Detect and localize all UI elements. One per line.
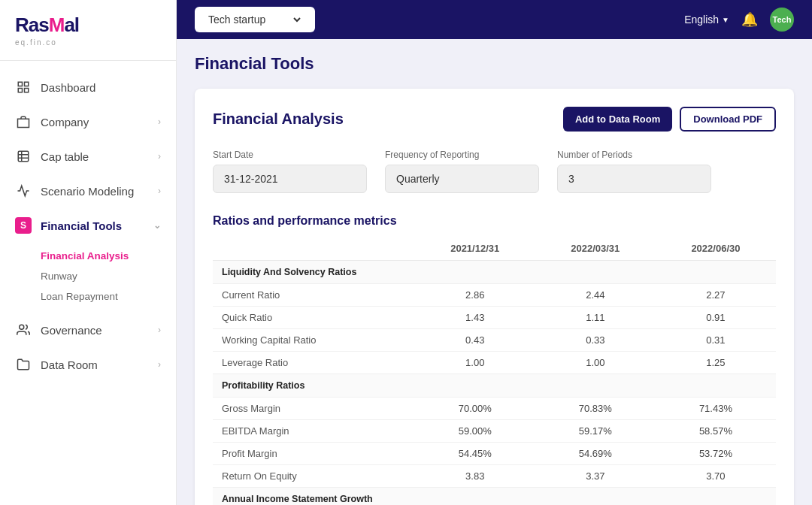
sidebar-subitem-financial-analysis[interactable]: Financial Analysis [41,246,176,266]
financial-tools-submenu: Financial Analysis Runway Loan Repayment [0,243,176,313]
add-to-data-room-button[interactable]: Add to Data Room [563,107,672,132]
row-col3: 0.31 [656,329,776,352]
financial-tools-icon: S [15,217,32,234]
row-col3: 58.57% [656,420,776,443]
card-actions: Add to Data Room Download PDF [563,107,776,132]
row-col3: 53.72% [656,443,776,465]
row-col2: 54.69% [535,443,656,465]
row-col1: 1.43 [415,307,535,329]
chevron-down-icon: ▼ [722,16,729,24]
row-col2: 59.17% [535,420,656,443]
table-row: Leverage Ratio 1.00 1.00 1.25 [213,352,776,374]
col-header-label [213,237,415,261]
row-col1: 59.00% [415,420,535,443]
row-label: EBITDA Margin [213,420,415,443]
card-header: Financial Analysis Add to Data Room Down… [213,107,776,132]
row-col3: 71.43% [656,398,776,420]
sidebar: RasMal eq.fin.co Dashboard Company › Cap… [0,0,177,505]
row-col2: 1.11 [535,307,656,329]
start-date-group: Start Date [213,150,367,193]
sidebar-item-dashboard[interactable]: Dashboard [0,70,176,104]
row-label: Leverage Ratio [213,352,415,374]
language-selector[interactable]: English ▼ [684,14,729,26]
top-header: Tech startup English ▼ 🔔 Tech [177,0,812,39]
periods-group: Number of Periods [557,150,711,193]
table-category-row: Annual Income Statement Growth [213,488,776,506]
row-col3: 1.25 [656,352,776,374]
scenario-icon [15,183,32,199]
row-label: Quick Ratio [213,307,415,329]
logo: RasMal [15,14,161,37]
sidebar-item-scenario-modeling[interactable]: Scenario Modeling › [0,174,176,208]
data-room-icon [15,356,32,373]
row-label: Current Ratio [213,284,415,307]
sidebar-item-data-room[interactable]: Data Room › [0,347,176,382]
start-date-input[interactable] [213,165,367,193]
page-content: Financial Tools Financial Analysis Add t… [177,39,812,505]
svg-rect-5 [18,151,29,162]
row-col1: 3.83 [415,465,535,488]
chevron-right-icon: › [158,325,161,335]
row-col3: 3.70 [656,465,776,488]
table-row: Current Ratio 2.86 2.44 2.27 [213,284,776,307]
company-dropdown[interactable]: Tech startup [205,13,303,26]
sidebar-item-governance[interactable]: Governance › [0,313,176,347]
row-col2: 0.33 [535,329,656,352]
category-label: Profitability Ratios [213,374,776,398]
row-label: Profit Margin [213,443,415,465]
company-icon [15,113,32,130]
table-row: Profit Margin 54.45% 54.69% 53.72% [213,443,776,465]
frequency-input[interactable] [385,165,539,193]
row-col2: 70.83% [535,398,656,420]
company-selector[interactable]: Tech startup [195,7,315,32]
svg-rect-1 [25,82,29,86]
table-category-row: Profitability Ratios [213,374,776,398]
sidebar-item-financial-tools[interactable]: S Financial Tools ⌄ [0,208,176,243]
sidebar-subitem-loan-repayment[interactable]: Loan Repayment [41,286,176,307]
language-label: English [684,14,719,26]
nav-menu: Dashboard Company › Cap table › Scenario… [0,61,176,505]
sidebar-item-label: Cap table [41,150,89,163]
row-col2: 1.00 [535,352,656,374]
table-row: Quick Ratio 1.43 1.11 0.91 [213,307,776,329]
avatar[interactable]: Tech [770,8,794,32]
sidebar-item-label: Company [41,116,89,129]
sidebar-item-company[interactable]: Company › [0,104,176,139]
logo-area: RasMal eq.fin.co [0,0,176,61]
svg-rect-3 [25,89,29,92]
download-pdf-button[interactable]: Download PDF [680,107,776,132]
row-col3: 2.27 [656,284,776,307]
sidebar-item-label: Dashboard [41,81,95,94]
table-header-row: 2021/12/31 2022/03/31 2022/06/30 [213,237,776,261]
row-col1: 2.86 [415,284,535,307]
sidebar-item-label: Governance [41,324,102,337]
logo-sub: eq.fin.co [15,38,161,47]
form-row: Start Date Frequency of Reporting Number… [213,150,776,193]
notifications-bell-icon[interactable]: 🔔 [741,11,758,28]
row-label: Gross Margin [213,398,415,420]
frequency-group: Frequency of Reporting [385,150,539,193]
dashboard-icon [15,79,32,95]
sidebar-subitem-runway[interactable]: Runway [41,266,176,286]
table-row: Gross Margin 70.00% 70.83% 71.43% [213,398,776,420]
sidebar-item-label: Financial Tools [41,219,122,232]
periods-input[interactable] [557,165,711,193]
table-category-row: Liquidity And Solvency Ratios [213,261,776,284]
row-col1: 54.45% [415,443,535,465]
sidebar-item-label: Scenario Modeling [41,185,134,198]
category-label: Annual Income Statement Growth [213,488,776,506]
chevron-right-icon: › [158,186,161,196]
row-label: Working Capital Ratio [213,329,415,352]
sidebar-item-cap-table[interactable]: Cap table › [0,139,176,174]
start-date-label: Start Date [213,150,367,160]
col-header-1: 2021/12/31 [415,237,535,261]
cap-table-icon [15,148,32,165]
chevron-right-icon: › [158,151,161,162]
financial-analysis-card: Financial Analysis Add to Data Room Down… [195,89,794,505]
row-col1: 70.00% [415,398,535,420]
col-header-2: 2022/03/31 [535,237,656,261]
main-content: Tech startup English ▼ 🔔 Tech Financial … [177,0,812,505]
row-col2: 3.37 [535,465,656,488]
chevron-right-icon: › [158,359,161,370]
svg-point-9 [20,325,24,329]
